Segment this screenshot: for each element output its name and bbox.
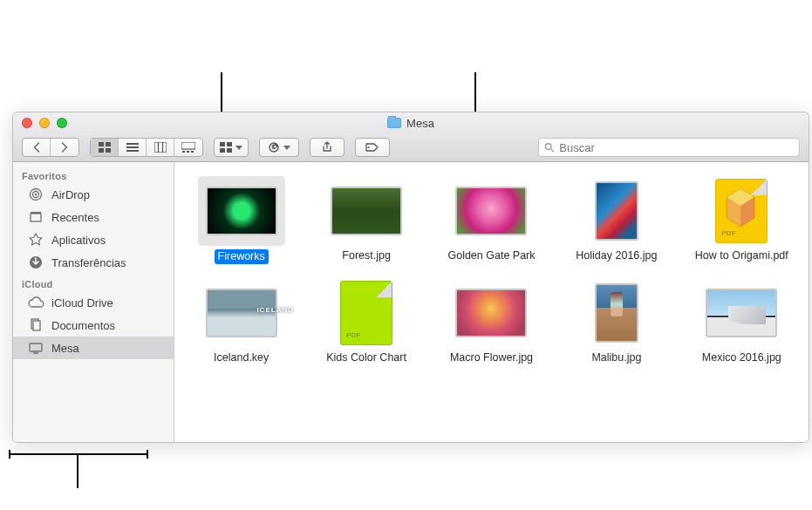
view-columns-button[interactable]: [147, 139, 174, 156]
sidebar-item-label: Mesa: [51, 342, 79, 355]
forward-button[interactable]: [51, 139, 78, 156]
svg-rect-26: [31, 214, 41, 221]
svg-rect-1: [106, 142, 111, 146]
svg-rect-2: [99, 148, 104, 153]
nav-back-forward: [22, 138, 79, 157]
sidebar: Favoritos AirDrop Recentes: [13, 162, 174, 442]
minimize-window-button[interactable]: [39, 118, 50, 128]
pdf-badge: PDF: [346, 331, 360, 339]
chevron-down-icon: [283, 146, 290, 150]
back-button[interactable]: [23, 139, 51, 156]
file-label: Golden Gate Park: [447, 249, 535, 262]
share-button[interactable]: [310, 138, 345, 157]
file-item[interactable]: Mexico 2016.jpg: [684, 275, 800, 368]
file-item[interactable]: Macro Flower.jpg: [433, 275, 549, 368]
file-item[interactable]: Golden Gate Park: [433, 173, 549, 268]
sidebar-section-icloud: iCloud: [13, 274, 174, 291]
icloud-icon: [27, 295, 44, 310]
file-item[interactable]: Forest.jpg: [308, 173, 424, 268]
search-field[interactable]: [538, 138, 800, 157]
sidebar-item-label: AirDrop: [51, 188, 90, 201]
pdf-badge: PDF: [721, 229, 735, 237]
svg-rect-0: [99, 142, 104, 146]
sidebar-item-transferencias[interactable]: Transferências: [13, 251, 174, 274]
sidebar-item-recentes[interactable]: Recentes: [13, 206, 174, 228]
svg-rect-12: [187, 151, 189, 153]
file-label: Holiday 2016.jpg: [576, 249, 657, 262]
sidebar-item-documentos[interactable]: Documentos: [13, 314, 174, 337]
svg-rect-14: [220, 142, 225, 146]
zoom-window-button[interactable]: [57, 118, 67, 128]
file-item[interactable]: Holiday 2016.jpg: [558, 173, 674, 268]
search-input[interactable]: [557, 140, 794, 155]
file-label: How to Origami.pdf: [695, 249, 788, 262]
sidebar-item-icloud-drive[interactable]: iCloud Drive: [13, 291, 174, 314]
svg-rect-27: [31, 212, 41, 214]
sidebar-section-favoritos: Favoritos: [13, 166, 174, 183]
title-folder-icon: [387, 118, 401, 128]
file-label: Macro Flower.jpg: [450, 351, 533, 364]
svg-rect-7: [154, 142, 167, 153]
tag-icon: [365, 142, 379, 153]
sidebar-item-label: Recentes: [51, 211, 99, 224]
thumb-overlay-text: ICELAND: [242, 306, 310, 314]
downloads-icon: [27, 255, 44, 270]
svg-rect-30: [33, 321, 40, 330]
airdrop-icon: [27, 187, 44, 202]
file-item[interactable]: Malibu.jpg: [558, 275, 674, 368]
file-label: Malibu.jpg: [591, 351, 641, 364]
svg-rect-31: [30, 343, 42, 351]
file-item[interactable]: Fireworks: [183, 173, 299, 268]
svg-line-22: [551, 149, 554, 152]
titlebar: Mesa: [13, 112, 809, 133]
file-grid: Fireworks Forest.jpg Golden Gate Park Ho…: [174, 162, 809, 442]
file-label: Mexico 2016.jpg: [702, 351, 781, 364]
file-label: Iceland.key: [214, 351, 269, 364]
chevron-down-icon: [235, 146, 242, 150]
sidebar-item-aplicativos[interactable]: Aplicativos: [13, 228, 174, 251]
sidebar-item-label: Transferências: [51, 256, 126, 269]
svg-rect-3: [106, 148, 111, 153]
apps-icon: [27, 232, 44, 248]
view-mode-segment: [90, 138, 203, 157]
view-list-button[interactable]: [119, 139, 147, 156]
desktop-icon: [27, 340, 44, 356]
toolbar: [13, 133, 809, 162]
finder-window: Mesa: [12, 112, 809, 443]
svg-rect-15: [227, 142, 232, 146]
sidebar-item-mesa[interactable]: Mesa: [13, 337, 174, 359]
search-icon: [544, 142, 554, 153]
svg-rect-13: [191, 151, 194, 153]
action-menu-button[interactable]: [259, 138, 299, 157]
sidebar-item-label: iCloud Drive: [51, 296, 113, 309]
sidebar-item-label: Documentos: [51, 319, 115, 332]
file-label: Kids Color Chart: [326, 351, 406, 364]
tags-button[interactable]: [355, 138, 390, 157]
svg-rect-17: [227, 148, 232, 153]
documents-icon: [27, 317, 44, 333]
svg-rect-11: [182, 151, 185, 153]
file-item[interactable]: PDF How to Origami.pdf: [684, 173, 800, 268]
svg-rect-16: [220, 148, 225, 153]
view-icon-button[interactable]: [91, 139, 119, 156]
svg-point-25: [35, 194, 37, 195]
svg-point-19: [274, 146, 276, 148]
file-item[interactable]: PDF Kids Color Chart: [308, 275, 424, 368]
gear-icon: [270, 142, 280, 153]
file-label: Forest.jpg: [342, 249, 391, 262]
svg-point-20: [368, 146, 370, 148]
view-gallery-button[interactable]: [174, 139, 202, 156]
svg-point-21: [545, 144, 551, 150]
recents-icon: [27, 209, 44, 225]
file-label: Fireworks: [215, 249, 269, 264]
window-title: Mesa: [406, 117, 434, 130]
close-window-button[interactable]: [22, 118, 32, 128]
sidebar-item-label: Aplicativos: [51, 234, 106, 247]
sidebar-item-airdrop[interactable]: AirDrop: [13, 183, 174, 206]
group-by-button[interactable]: [215, 139, 248, 156]
group-by-segment: [214, 138, 249, 157]
svg-rect-10: [181, 142, 195, 149]
file-item[interactable]: ICELAND Iceland.key: [183, 275, 299, 368]
share-icon: [321, 141, 333, 153]
